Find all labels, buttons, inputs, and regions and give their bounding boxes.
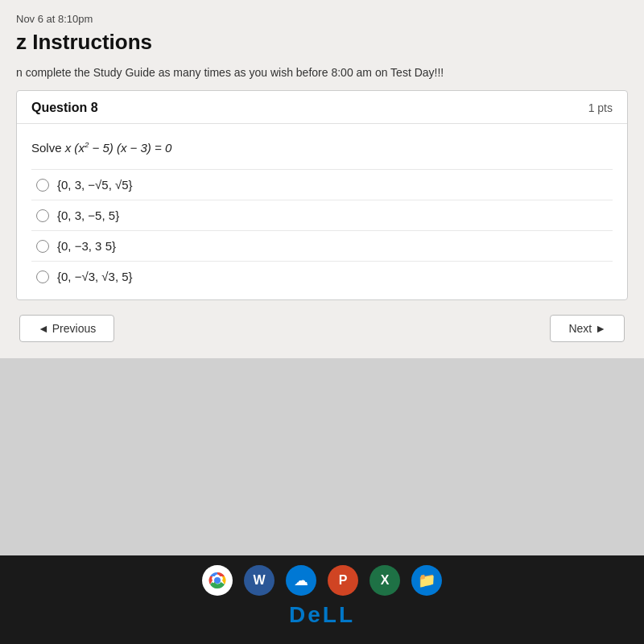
question-number: Question 8 (31, 101, 98, 115)
content-area: Nov 6 at 8:10pm z Instructions n complet… (0, 0, 644, 358)
taskbar: W ☁ P X 📁 DeLL (0, 555, 644, 644)
timestamp: Nov 6 at 8:10pm (16, 8, 628, 27)
next-button[interactable]: Next ► (550, 315, 625, 342)
word-icon[interactable]: W (244, 565, 275, 596)
files-icon[interactable]: 📁 (411, 565, 442, 596)
answer-option-2[interactable]: {0, 3, −5, 5} (31, 200, 613, 230)
nav-buttons: ◄ Previous Next ► (16, 315, 628, 342)
svg-point-1 (214, 577, 221, 584)
page-title: z Instructions (16, 27, 628, 63)
question-body: Solve x (x2 − 5) (x − 3) = 0 {0, 3, −√5,… (17, 124, 627, 299)
excel-icon[interactable]: X (369, 565, 400, 596)
dell-logo: DeLL (289, 602, 355, 628)
answer-option-3[interactable]: {0, −3, 3 5} (31, 230, 613, 261)
question-points: 1 pts (588, 101, 613, 114)
radio-3[interactable] (36, 240, 49, 253)
question-text: Solve x (x2 − 5) (x − 3) = 0 (31, 140, 613, 155)
radio-2[interactable] (36, 209, 49, 222)
instruction-text: n complete the Study Guide as many times… (16, 63, 628, 90)
question-card: Question 8 1 pts Solve x (x2 − 5) (x − 3… (16, 90, 628, 300)
powerpoint-icon[interactable]: P (328, 565, 358, 596)
question-header: Question 8 1 pts (17, 91, 627, 124)
taskbar-icons: W ☁ P X 📁 (202, 565, 442, 596)
chrome-icon[interactable] (202, 565, 233, 596)
answer-option-1[interactable]: {0, 3, −√5, √5} (31, 169, 613, 200)
radio-4[interactable] (36, 270, 49, 283)
onedrive-icon[interactable]: ☁ (286, 565, 316, 596)
screen: Nov 6 at 8:10pm z Instructions n complet… (0, 0, 644, 644)
answer-option-4[interactable]: {0, −√3, √3, 5} (31, 261, 613, 291)
radio-1[interactable] (36, 179, 49, 192)
previous-button[interactable]: ◄ Previous (19, 315, 114, 342)
